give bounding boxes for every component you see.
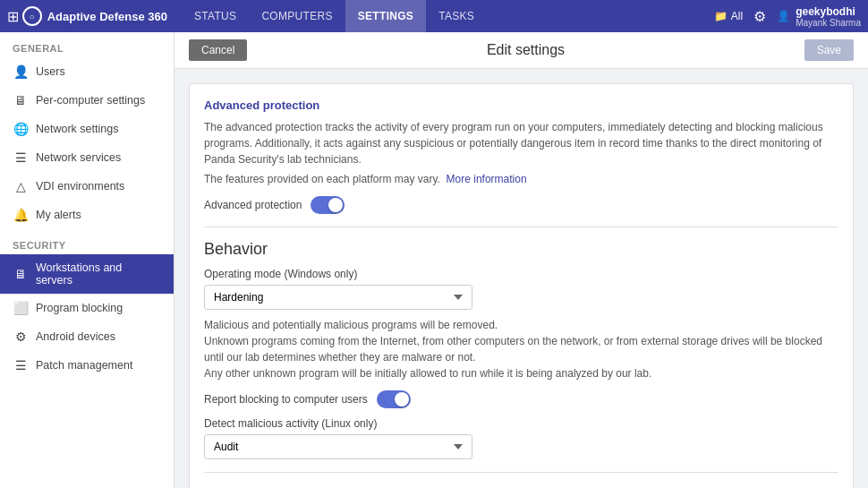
user-name: geekybodhi — [796, 5, 861, 18]
network-services-icon: ☰ — [13, 150, 29, 165]
sidebar-item-vdi[interactable]: △ VDI environments — [0, 172, 174, 201]
block-icon: ⬜ — [13, 301, 29, 315]
main-layout: GENERAL 👤 Users 🖥 Per-computer settings … — [0, 32, 868, 488]
sidebar-item-workstations[interactable]: 🖥 Workstations and servers — [0, 254, 174, 294]
sidebar-item-network-settings-label: Network settings — [36, 123, 118, 135]
user-icon: 👤 — [13, 64, 29, 79]
nav-settings[interactable]: SETTINGS — [345, 0, 426, 32]
behavior-desc: Malicious and potentially malicious prog… — [204, 317, 838, 381]
sidebar-item-patch-label: Patch management — [36, 359, 132, 372]
android-icon: ⚙ — [13, 330, 29, 344]
cancel-button[interactable]: Cancel — [189, 39, 247, 61]
report-blocking-toggle[interactable] — [377, 390, 411, 408]
sidebar-item-vdi-label: VDI environments — [36, 180, 124, 193]
app-logo: ○ Adaptive Defense 360 — [22, 6, 167, 26]
toggle-thumb — [328, 198, 343, 212]
behavior-heading: Behavior — [204, 240, 838, 259]
sidebar-item-users[interactable]: 👤 Users — [0, 57, 174, 86]
content-area: Cancel Edit settings Save Advanced prote… — [174, 32, 868, 488]
sidebar-item-android[interactable]: ⚙ Android devices — [0, 322, 174, 351]
report-blocking-label: Report blocking to computer users — [204, 393, 368, 406]
advanced-desc1: The advanced protection tracks the activ… — [204, 119, 838, 167]
behavior-desc1: Malicious and potentially malicious prog… — [204, 317, 838, 333]
operating-mode-select[interactable]: Hardening Default Advanced — [204, 285, 472, 310]
patch-icon: ☰ — [13, 358, 29, 372]
advanced-protection-label: Advanced protection — [204, 199, 302, 211]
bell-icon: 🔔 — [13, 208, 29, 222]
advanced-protection-title: Advanced protection — [204, 98, 838, 112]
toggle-thumb2 — [395, 392, 409, 407]
sidebar-item-alerts-label: My alerts — [36, 209, 81, 221]
sidebar-item-users-label: Users — [36, 65, 65, 78]
divider1 — [204, 227, 838, 227]
behavior-desc2: Unknown programs coming from the Interne… — [204, 333, 838, 365]
sidebar-item-network-settings[interactable]: 🌐 Network settings — [0, 115, 174, 143]
folder-icon: 📁 — [714, 10, 728, 22]
sidebar-item-network-services-label: Network services — [36, 151, 121, 164]
detect-malicious-label: Detect malicious activity (Linux only) — [204, 417, 838, 430]
detect-malicious-select[interactable]: Audit Block — [204, 434, 472, 459]
workstation-icon: 🖥 — [13, 267, 29, 281]
sidebar-item-per-computer-label: Per-computer settings — [36, 94, 145, 107]
more-info-link[interactable]: More information — [447, 173, 527, 185]
folder-label: All — [731, 10, 743, 22]
topnav-right: 📁 All ⚙ 👤 geekybodhi Mayank Sharma — [714, 5, 861, 28]
user-info: geekybodhi Mayank Sharma — [796, 5, 861, 28]
settings-gear-icon[interactable]: ⚙ — [753, 8, 766, 25]
app-name: Adaptive Defense 360 — [47, 10, 167, 23]
advanced-protection-toggle[interactable] — [311, 196, 345, 214]
user-profile[interactable]: 👤 geekybodhi Mayank Sharma — [777, 5, 861, 28]
advanced-desc3: The features provided on each platform m… — [204, 171, 838, 187]
sidebar-item-alerts[interactable]: 🔔 My alerts — [0, 201, 174, 229]
sidebar-item-per-computer[interactable]: 🖥 Per-computer settings — [0, 86, 174, 115]
page-title: Edit settings — [247, 42, 804, 58]
sidebar-general-label: GENERAL — [0, 32, 174, 57]
folder-section[interactable]: 📁 All — [714, 10, 743, 22]
nav-status[interactable]: STATUS — [182, 0, 249, 32]
sidebar-item-network-services[interactable]: ☰ Network services — [0, 143, 174, 172]
user-avatar-icon: 👤 — [777, 10, 790, 22]
content-header: Cancel Edit settings Save — [174, 32, 868, 69]
sidebar-item-workstations-label: Workstations and servers — [36, 261, 161, 287]
sidebar-item-patch[interactable]: ☰ Patch management — [0, 351, 174, 380]
nav-computers[interactable]: COMPUTERS — [249, 0, 345, 32]
grid-icon[interactable]: ⊞ — [7, 8, 19, 25]
topnav: ⊞ ○ Adaptive Defense 360 STATUS COMPUTER… — [0, 0, 868, 32]
divider2 — [204, 472, 838, 473]
logo-icon: ○ — [22, 6, 42, 26]
behavior-desc3: Any other unknown program will be initia… — [204, 365, 838, 381]
advanced-protection-toggle-row: Advanced protection — [204, 196, 838, 214]
sidebar-security-label: SECURITY — [0, 229, 174, 254]
sidebar-item-program-blocking-label: Program blocking — [36, 302, 123, 314]
topnav-nav: STATUS COMPUTERS SETTINGS TASKS — [182, 0, 714, 32]
computer-icon: 🖥 — [13, 93, 29, 107]
sidebar: GENERAL 👤 Users 🖥 Per-computer settings … — [0, 32, 174, 488]
settings-card: Advanced protection The advanced protect… — [189, 83, 854, 488]
vdi-icon: △ — [13, 179, 29, 193]
save-button[interactable]: Save — [804, 39, 854, 61]
nav-tasks[interactable]: TASKS — [426, 0, 487, 32]
globe-icon: 🌐 — [13, 122, 29, 136]
sidebar-item-android-label: Android devices — [36, 330, 115, 343]
content-body: Advanced protection The advanced protect… — [174, 69, 868, 488]
sidebar-item-program-blocking[interactable]: ⬜ Program blocking — [0, 294, 174, 322]
report-blocking-toggle-row: Report blocking to computer users — [204, 390, 838, 408]
user-subname: Mayank Sharma — [796, 18, 861, 28]
operating-mode-label: Operating mode (Windows only) — [204, 268, 838, 280]
